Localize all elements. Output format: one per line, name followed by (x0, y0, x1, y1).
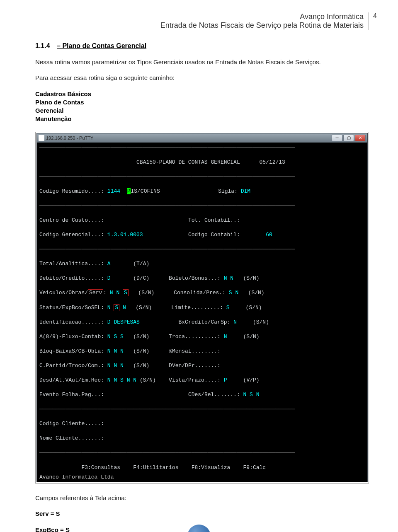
term-hr: ────────────────────────────────────────… (39, 144, 365, 152)
value: N N N (107, 363, 124, 369)
menu-path-item: Plano de Contas (35, 98, 369, 106)
suffix: (S/N) (136, 305, 152, 311)
suffix: (S/N) (133, 348, 149, 354)
menu-path: Cadastros Básicos Plano de Contas Gerenc… (35, 90, 369, 123)
highlight: P (127, 188, 131, 194)
value: N N S N N (107, 377, 136, 383)
label: Troca..........: (169, 334, 221, 340)
label: Vista/Prazo....: (169, 377, 221, 383)
menu-path-item: Manutenção (35, 115, 369, 123)
label: Codigo Contabil: (188, 232, 240, 238)
suffix: (D/C) (133, 275, 149, 281)
label: Sigla: (218, 188, 238, 194)
term-row: Desd/At.VAut/Em.Rec: N N S N N (S/N) Vis… (39, 377, 365, 384)
term-row: Identificacao......: D DESPESAS BxCredit… (39, 319, 365, 326)
section-title-text: – Plano de Contas Gerencial (57, 42, 146, 49)
label: Identificacao......: (39, 319, 104, 325)
content: 1.1.4 – Plano de Contas Gerencial Nessa … (35, 42, 369, 532)
sep: : (103, 290, 110, 296)
label: Codigo Gerencial...: (39, 232, 107, 238)
value: N (107, 305, 111, 311)
term-hr: ────────────────────────────────────────… (39, 449, 365, 457)
term-header-title: CBA150-PLANO DE CONTAS GERENCIAL (136, 159, 240, 165)
term-row: Evento Folha.Pag...: CDes/Rel.......: N … (39, 391, 365, 399)
label: A(8/9)-Fluxo-Contab: (39, 334, 104, 340)
menu-path-item: Cadastros Básicos (35, 90, 369, 98)
term-header-date: 05/12/13 (260, 159, 285, 165)
term-hr: ────────────────────────────────────────… (39, 246, 365, 253)
label: Desd/At.VAut/Em.Rec: (39, 377, 104, 383)
value: D (107, 275, 111, 281)
label: DVen/DPr.......: (169, 363, 221, 369)
value: 1144 (107, 188, 120, 194)
value: S (226, 305, 230, 311)
term-codigo-resumido: Codigo Resumido....: 1144 PIS/COFINS Sig… (39, 188, 365, 195)
label: Tot. Contabil..: (188, 217, 240, 223)
window-frame: 192.168.0.250 - PuTTY ─ ▢ ✕ ────────────… (36, 133, 368, 483)
label: Boleto/Bonus...: (169, 275, 221, 281)
suffix: (S/N) (246, 305, 262, 311)
window-titlebar: 192.168.0.250 - PuTTY ─ ▢ ✕ (37, 133, 367, 143)
intro-paragraph: Nessa rotina vamos parametrizar os Tipos… (35, 58, 369, 66)
terminal-screenshot: 192.168.0.250 - PuTTY ─ ▢ ✕ ────────────… (35, 132, 369, 484)
window-buttons: ─ ▢ ✕ (332, 135, 366, 141)
label: CDes/Rel.......: (188, 392, 240, 398)
label: Limite.........: (171, 305, 223, 311)
minimize-button[interactable]: ─ (332, 135, 342, 141)
value: A (107, 261, 111, 267)
close-button[interactable]: ✕ (355, 135, 366, 141)
term-helpbar: F3:Consultas F4:Utilitarios F8:Visualiza… (39, 464, 365, 472)
text: IS/COFINS (131, 188, 160, 194)
term-row: Debito/Credito.....: D (D/C) Boleto/Bonu… (39, 275, 365, 282)
term-row: Bloq-BaixaS/CB-ObLa: N N N (S/N) %Mensal… (39, 348, 365, 355)
value: N N N (107, 348, 124, 354)
label: Evento Folha.Pag...: (39, 392, 104, 398)
value: N S N (243, 392, 260, 398)
term-hr: ────────────────────────────────────────… (39, 173, 365, 181)
value: N (123, 305, 126, 311)
value: N (116, 290, 119, 296)
value: N (110, 290, 113, 296)
term-row: Centro de Custo....: Tot. Contabil..: (39, 217, 365, 224)
value: 60 (266, 232, 272, 238)
fields-intro: Campos referentes à Tela acima: (35, 494, 369, 502)
label: C.Partid/Troco/Com.: (39, 363, 104, 369)
term-row: A(8/9)-Fluxo-Contab: N S S (S/N) Troca..… (39, 333, 365, 341)
label: Status/ExpBco/SoSEL: (39, 305, 107, 311)
section-heading: 1.1.4 – Plano de Contas Gerencial (35, 42, 369, 50)
path-intro: Para acessar essa rotina siga o seguinte… (35, 74, 369, 82)
value: N (224, 334, 227, 340)
term-hr: ────────────────────────────────────────… (39, 202, 365, 210)
maximize-button[interactable]: ▢ (343, 135, 354, 141)
redbox-s: S (123, 289, 129, 296)
label: Debito/Credito.....: (39, 275, 104, 281)
value: DIM (241, 188, 250, 194)
term-row: Veiculos/Obras/Serv: N N S (S/N) Consoli… (39, 289, 365, 297)
label: Consolida/Pres.: (174, 290, 226, 296)
value: D DESPESAS (107, 319, 140, 325)
term-row: Codigo Gerencial...: 1.3.01.0003 Codigo … (39, 231, 365, 239)
value: N (233, 319, 237, 325)
page-header: Avanço Informática Entrada de Notas Fisc… (35, 12, 369, 30)
header-line2: Entrada de Notas Fiscais de Serviço pela… (35, 21, 364, 30)
section-number: 1.1.4 (35, 42, 50, 50)
suffix: (S/N) (243, 334, 260, 340)
term-row: C.Partid/Troco/Com.: N N N (S/N) DVen/DP… (39, 362, 365, 370)
redbox-serv: Serv (88, 289, 103, 296)
suffix: (S/N) (133, 334, 149, 340)
term-hr: ────────────────────────────────────────… (39, 406, 365, 413)
suffix: (S/N) (140, 377, 156, 383)
suffix: (S/N) (133, 363, 149, 369)
label: Bloq-BaixaS/CB-ObLa: (39, 348, 104, 354)
value: 1.3.01.0003 (107, 232, 143, 238)
terminal-footer: Avanco Informatica Ltda (37, 474, 367, 482)
term-header: CBA150-PLANO DE CONTAS GERENCIAL 05/12/1… (39, 159, 365, 166)
redbox-s: S (114, 304, 119, 311)
terminal[interactable]: ────────────────────────────────────────… (37, 143, 367, 474)
label: Veiculos/Obras/ (39, 290, 88, 296)
suffix: (S/N) (138, 290, 154, 296)
menu-path-item: Gerencial (35, 106, 369, 115)
header-page-number: 4 (373, 12, 377, 20)
suffix: (S/N) (243, 275, 260, 281)
label: BxCredito/CarSp: (178, 319, 230, 325)
